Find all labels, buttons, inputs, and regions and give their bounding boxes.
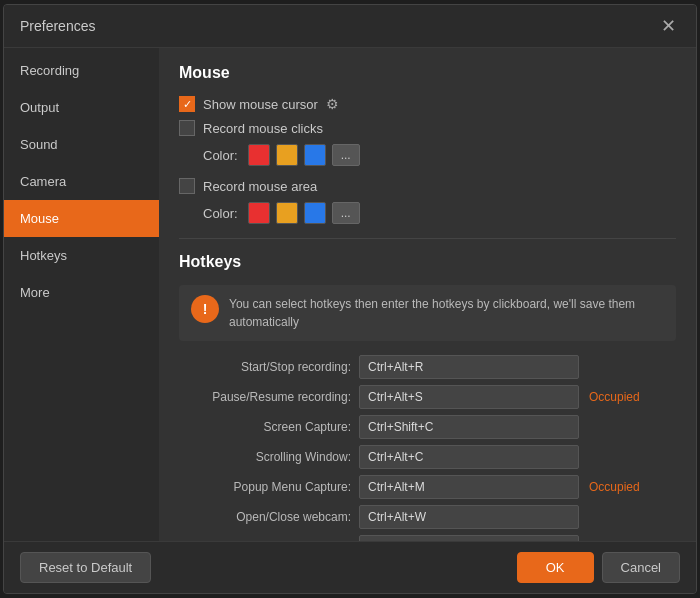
sidebar-item-sound[interactable]: Sound (4, 126, 159, 163)
record-area-row: Record mouse area (179, 178, 676, 194)
close-button[interactable]: ✕ (657, 17, 680, 35)
hotkey-input-6[interactable] (359, 535, 579, 541)
color-swatch-orange-1[interactable] (276, 144, 298, 166)
sidebar-item-camera[interactable]: Camera (4, 163, 159, 200)
hotkey-label-1: Pause/Resume recording: (179, 390, 359, 404)
color-swatch-orange-2[interactable] (276, 202, 298, 224)
color-swatch-blue-1[interactable] (304, 144, 326, 166)
record-area-label: Record mouse area (203, 179, 317, 194)
show-cursor-label: Show mouse cursor (203, 97, 318, 112)
hotkey-input-3[interactable] (359, 445, 579, 469)
ok-button[interactable]: OK (517, 552, 594, 583)
sidebar-item-output[interactable]: Output (4, 89, 159, 126)
cancel-button[interactable]: Cancel (602, 552, 680, 583)
hotkey-row-3: Scrolling Window: (179, 445, 676, 469)
color-label-1: Color: (203, 148, 238, 163)
hotkey-input-0[interactable] (359, 355, 579, 379)
color-more-button-1[interactable]: ... (332, 144, 360, 166)
hotkey-input-1[interactable] (359, 385, 579, 409)
record-clicks-row: Record mouse clicks (179, 120, 676, 136)
hotkey-label-6: Show/Hide float panel: (179, 540, 359, 541)
hotkeys-section-title: Hotkeys (179, 253, 676, 271)
sidebar: Recording Output Sound Camera Mouse Hotk… (4, 48, 159, 541)
section-divider (179, 238, 676, 239)
color-row-1: Color: ... (203, 144, 676, 166)
hotkey-label-2: Screen Capture: (179, 420, 359, 434)
preferences-dialog: Preferences ✕ Recording Output Sound Cam… (3, 4, 697, 594)
hotkeys-section: Hotkeys ! You can select hotkeys then en… (179, 253, 676, 541)
hotkey-label-3: Scrolling Window: (179, 450, 359, 464)
reset-to-default-button[interactable]: Reset to Default (20, 552, 151, 583)
sidebar-item-mouse[interactable]: Mouse (4, 200, 159, 237)
hotkey-row-6: Show/Hide float panel: (179, 535, 676, 541)
hotkey-input-2[interactable] (359, 415, 579, 439)
color-swatch-red-1[interactable] (248, 144, 270, 166)
info-icon: ! (191, 295, 219, 323)
footer: Reset to Default OK Cancel (4, 541, 696, 593)
hotkey-row-0: Start/Stop recording: (179, 355, 676, 379)
dialog-title: Preferences (20, 18, 95, 34)
color-row-2: Color: ... (203, 202, 676, 224)
mouse-section: Mouse Show mouse cursor ⚙ Record mouse c… (179, 64, 676, 224)
hotkey-input-5[interactable] (359, 505, 579, 529)
color-more-button-2[interactable]: ... (332, 202, 360, 224)
mouse-section-title: Mouse (179, 64, 676, 82)
hotkey-row-4: Popup Menu Capture: Occupied (179, 475, 676, 499)
hotkey-row-1: Pause/Resume recording: Occupied (179, 385, 676, 409)
show-cursor-row: Show mouse cursor ⚙ (179, 96, 676, 112)
sidebar-item-hotkeys[interactable]: Hotkeys (4, 237, 159, 274)
sidebar-item-recording[interactable]: Recording (4, 52, 159, 89)
hotkeys-info-text: You can select hotkeys then enter the ho… (229, 295, 664, 331)
hotkeys-info-box: ! You can select hotkeys then enter the … (179, 285, 676, 341)
hotkey-label-5: Open/Close webcam: (179, 510, 359, 524)
record-clicks-checkbox[interactable] (179, 120, 195, 136)
gear-icon[interactable]: ⚙ (326, 96, 339, 112)
occupied-1: Occupied (589, 390, 649, 404)
title-bar: Preferences ✕ (4, 5, 696, 48)
record-area-checkbox[interactable] (179, 178, 195, 194)
hotkey-label-4: Popup Menu Capture: (179, 480, 359, 494)
hotkey-row-2: Screen Capture: (179, 415, 676, 439)
record-clicks-label: Record mouse clicks (203, 121, 323, 136)
hotkey-row-5: Open/Close webcam: (179, 505, 676, 529)
color-swatch-blue-2[interactable] (304, 202, 326, 224)
show-cursor-checkbox[interactable] (179, 96, 195, 112)
color-swatch-red-2[interactable] (248, 202, 270, 224)
occupied-4: Occupied (589, 480, 649, 494)
hotkey-input-4[interactable] (359, 475, 579, 499)
sidebar-item-more[interactable]: More (4, 274, 159, 311)
main-content: Recording Output Sound Camera Mouse Hotk… (4, 48, 696, 541)
color-label-2: Color: (203, 206, 238, 221)
hotkey-label-0: Start/Stop recording: (179, 360, 359, 374)
content-area: Mouse Show mouse cursor ⚙ Record mouse c… (159, 48, 696, 541)
footer-right-buttons: OK Cancel (517, 552, 680, 583)
